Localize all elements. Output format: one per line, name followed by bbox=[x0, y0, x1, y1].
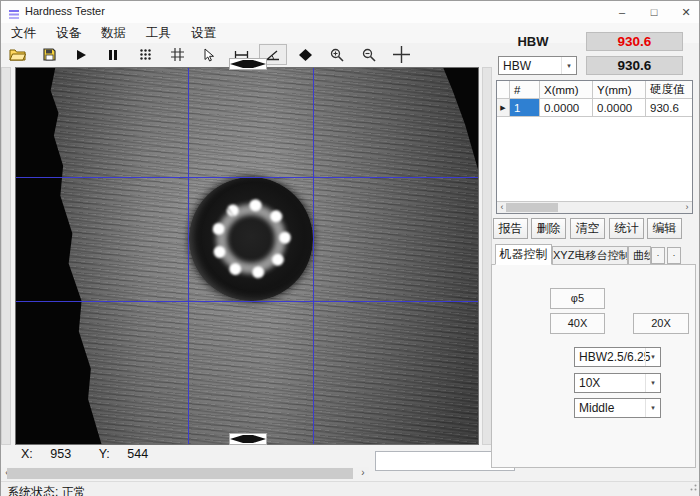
system-status-text: 系统状态: 正常 bbox=[7, 484, 86, 496]
clear-button[interactable]: 清空 bbox=[570, 218, 605, 239]
results-table: # X(mm) Y(mm) 硬度值 ▶ 1 0.0000 0.0000 930.… bbox=[496, 80, 693, 214]
objective-20x-button[interactable]: 20X bbox=[633, 313, 689, 334]
magnification-select[interactable]: 10X ▾ bbox=[574, 373, 661, 393]
indenter-button[interactable]: φ5 bbox=[550, 288, 605, 309]
grid-icon[interactable] bbox=[163, 44, 191, 65]
top-measure-marker[interactable] bbox=[229, 58, 267, 70]
stats-button[interactable]: 统计 bbox=[609, 218, 644, 239]
tab-curve[interactable]: 曲线 bbox=[628, 246, 651, 265]
minimize-button[interactable]: – bbox=[607, 1, 637, 23]
toolbar bbox=[3, 43, 415, 66]
cell-hardness[interactable]: 930.6 bbox=[646, 99, 692, 116]
chevron-down-icon[interactable]: ▾ bbox=[645, 374, 660, 392]
magnification-select-value: 10X bbox=[579, 376, 600, 390]
menu-settings[interactable]: 设置 bbox=[181, 23, 226, 44]
delete-button[interactable]: 删除 bbox=[531, 218, 566, 239]
cell-num[interactable]: 1 bbox=[510, 99, 540, 116]
grade-select-value: Middle bbox=[579, 401, 614, 415]
left-splitter[interactable] bbox=[1, 67, 11, 445]
force-select[interactable]: HBW2.5/6.25 ▾ bbox=[574, 347, 661, 367]
zoom-in-icon[interactable] bbox=[323, 44, 351, 65]
save-icon[interactable] bbox=[35, 44, 63, 65]
scrollbar-thumb[interactable] bbox=[7, 468, 353, 479]
scale-label: HBW bbox=[498, 34, 568, 49]
image-horizontal-scrollbar[interactable]: ‹ › bbox=[1, 467, 369, 480]
objective-40x-button[interactable]: 40X bbox=[550, 313, 605, 334]
tab-xyz-stage-control[interactable]: XYZ电移台控制 bbox=[552, 246, 628, 265]
tab-scroll-left-button[interactable]: · bbox=[651, 247, 665, 264]
pause-icon[interactable] bbox=[99, 44, 127, 65]
crosshair-line-top bbox=[16, 177, 478, 178]
report-button[interactable]: 报告 bbox=[493, 218, 528, 239]
eraser-icon[interactable] bbox=[291, 44, 319, 65]
title-bar: Hardness Tester – □ ✕ bbox=[1, 1, 699, 23]
row-selector-icon[interactable]: ▶ bbox=[497, 99, 510, 116]
col-header-hardness[interactable]: 硬度值 bbox=[646, 81, 692, 98]
crosshair-line-left bbox=[188, 68, 189, 444]
scroll-right-icon[interactable]: › bbox=[682, 202, 692, 213]
scrollbar-thumb[interactable] bbox=[506, 203, 558, 212]
open-folder-icon[interactable] bbox=[3, 44, 31, 65]
chevron-down-icon[interactable]: ▾ bbox=[645, 399, 660, 417]
tab-scroll-right-button[interactable]: · bbox=[667, 247, 681, 264]
col-header-x[interactable]: X(mm) bbox=[540, 81, 593, 98]
app-icon bbox=[8, 6, 20, 24]
crosshair-line-right bbox=[313, 68, 314, 444]
coord-y-label: Y: bbox=[99, 447, 110, 461]
coord-x-label: X: bbox=[21, 447, 33, 461]
zoom-out-icon[interactable] bbox=[355, 44, 383, 65]
cell-y[interactable]: 0.0000 bbox=[593, 99, 646, 116]
menu-data[interactable]: 数据 bbox=[91, 23, 136, 44]
bottom-measure-marker[interactable] bbox=[229, 433, 267, 445]
scroll-right-icon[interactable]: › bbox=[357, 467, 369, 480]
cursor-icon[interactable] bbox=[195, 44, 223, 65]
table-horizontal-scrollbar[interactable]: ‹ › bbox=[497, 201, 692, 213]
menu-device[interactable]: 设备 bbox=[46, 23, 91, 44]
menu-file[interactable]: 文件 bbox=[1, 23, 46, 44]
coord-x-value: 953 bbox=[50, 447, 71, 461]
col-header-y[interactable]: Y(mm) bbox=[593, 81, 646, 98]
tab-machine-control[interactable]: 机器控制 bbox=[495, 244, 552, 265]
chevron-down-icon[interactable]: ▾ bbox=[645, 348, 660, 366]
maximize-button[interactable]: □ bbox=[639, 1, 669, 23]
cursor-coordinates: X: 953 Y: 544 bbox=[21, 447, 148, 461]
last-hardness-value: 930.6 bbox=[586, 56, 683, 75]
scale-select[interactable]: HBW ▾ bbox=[498, 56, 577, 75]
crosshair-line-bottom bbox=[16, 301, 478, 302]
status-bar: 系统状态: 正常 bbox=[1, 481, 699, 496]
play-icon[interactable] bbox=[67, 44, 95, 65]
camera-image-view[interactable] bbox=[15, 67, 479, 445]
chevron-down-icon[interactable]: ▾ bbox=[561, 57, 576, 74]
table-row[interactable]: ▶ 1 0.0000 0.0000 930.6 bbox=[497, 99, 692, 117]
coord-y-value: 544 bbox=[127, 447, 148, 461]
grade-select[interactable]: Middle ▾ bbox=[574, 398, 661, 418]
table-header-row: # X(mm) Y(mm) 硬度值 bbox=[497, 81, 692, 99]
cell-x[interactable]: 0.0000 bbox=[540, 99, 593, 116]
resize-grip-icon[interactable] bbox=[689, 477, 697, 495]
app-window: Hardness Tester – □ ✕ 文件 设备 数据 工具 设置 bbox=[0, 0, 700, 496]
edit-button[interactable]: 编辑 bbox=[647, 218, 682, 239]
window-title: Hardness Tester bbox=[25, 5, 105, 17]
row-selector-header bbox=[497, 81, 510, 98]
calibrate-dots-icon[interactable] bbox=[131, 44, 159, 65]
current-hardness-value: 930.6 bbox=[586, 32, 683, 51]
close-button[interactable]: ✕ bbox=[671, 1, 700, 23]
col-header-num[interactable]: # bbox=[510, 81, 540, 98]
force-select-value: HBW2.5/6.25 bbox=[579, 350, 650, 364]
menu-tools[interactable]: 工具 bbox=[136, 23, 181, 44]
scale-select-value: HBW bbox=[503, 59, 531, 73]
crosshair-icon[interactable] bbox=[387, 44, 415, 65]
